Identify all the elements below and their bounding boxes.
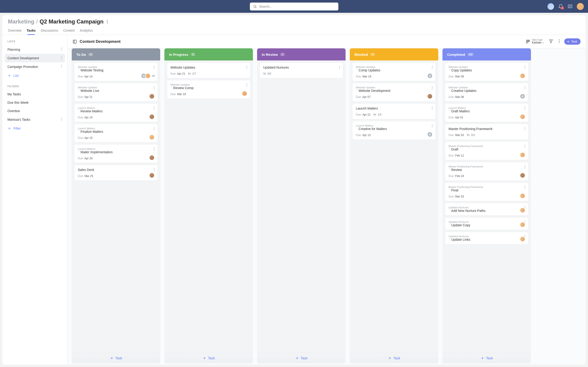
task-card[interactable]: Website Updates└Copy UpdatesDue: Mar 09 [445, 63, 528, 81]
subtask-indent-icon: └ [356, 89, 358, 92]
view-type-selector[interactable]: View Type Kanban [526, 39, 544, 44]
task-card[interactable]: Updated Nurtures3/3 [260, 63, 343, 78]
add-task-label: Task [486, 356, 493, 360]
svg-point-41 [154, 89, 154, 89]
tab-bar: OverviewTasksDiscussionsContentAnalytics [2, 27, 586, 35]
card-options-icon[interactable] [431, 65, 433, 70]
card-options-icon[interactable] [246, 65, 248, 70]
subtask-count: 3/3 [263, 72, 271, 75]
task-card[interactable]: Launch Mailers└Creative for MailersDue: … [353, 121, 435, 140]
svg-point-20 [61, 118, 62, 118]
subtask-indent-icon: └ [449, 68, 450, 71]
more-assignees: +5 [152, 75, 155, 77]
card-options-icon[interactable] [339, 65, 340, 70]
add-task-button[interactable]: Task [350, 353, 438, 363]
tab-analytics[interactable]: Analytics [80, 27, 93, 35]
board-options-icon[interactable] [558, 38, 561, 45]
task-card[interactable]: Website Updates└Creative UpdatesDue: Mar… [445, 83, 528, 101]
task-card[interactable]: Updated Nurtures└Update Links [445, 232, 528, 244]
task-card[interactable]: Website Updates└Review CompDue: Mar 19 [167, 81, 250, 99]
task-card[interactable]: Launch Mailers└Draft MailersDue: Apr 01 [445, 104, 528, 122]
svg-point-98 [525, 165, 525, 166]
task-card[interactable]: Website Updates└Comp UpdatesDue: Mar 19A [353, 63, 435, 81]
card-parent: Master Positioning Framework [449, 145, 525, 147]
add-task-button[interactable]: Task [442, 353, 531, 363]
task-card[interactable]: Launch Mailers└Review MailersDue: Apr 14 [75, 104, 157, 122]
sidebar-list-content-development[interactable]: Content Development [5, 54, 65, 62]
card-options-icon[interactable] [153, 86, 155, 91]
svg-point-94 [525, 130, 525, 130]
card-options-icon[interactable] [524, 185, 526, 190]
column-cards: Website Updates└Copy UpdatesDue: Mar 09W… [442, 60, 531, 353]
task-card[interactable]: Website UpdatesDue: Apr 212/7 [167, 63, 250, 78]
board: Content Development View Type Kanban [68, 35, 586, 365]
breadcrumb-parent[interactable]: Marketing [8, 18, 34, 25]
column-header: In Progress2 [164, 48, 253, 60]
card-options-icon[interactable] [524, 126, 526, 131]
card-options-icon[interactable] [524, 65, 526, 70]
card-options-icon[interactable] [153, 167, 155, 172]
tab-content[interactable]: Content [63, 27, 75, 35]
sidebar-item-menu-icon[interactable] [61, 56, 62, 60]
card-options-icon[interactable] [524, 106, 526, 111]
card-title: Finalize Mailers [81, 130, 103, 133]
page-options-icon[interactable] [106, 19, 109, 25]
card-assignees: A [427, 73, 433, 79]
card-options-icon[interactable] [246, 83, 248, 88]
task-card[interactable]: Launch Mailers└Mailer ImplementationDue:… [75, 145, 157, 163]
add-task-button[interactable]: Task [72, 353, 160, 363]
column-header: Completed10 [442, 48, 531, 60]
assistant-icon[interactable] [547, 3, 554, 10]
add-task-button[interactable]: Task [257, 353, 346, 363]
add-task-button[interactable]: Task [164, 353, 253, 363]
task-card[interactable]: Launch MailersDue: Apr 211/5 [353, 104, 435, 119]
chat-icon[interactable] [568, 4, 573, 9]
tab-overview[interactable]: Overview [8, 27, 21, 35]
tab-tasks[interactable]: Tasks [26, 27, 36, 35]
task-card[interactable]: Master Positioning Framework└FinalDue: M… [445, 183, 528, 201]
task-card[interactable]: Website Updates└Website LiveDue: Apr 21 [75, 83, 157, 101]
sidebar-item-menu-icon[interactable] [61, 65, 62, 69]
card-options-icon[interactable] [153, 147, 155, 152]
sidebar-item-menu-icon[interactable] [61, 117, 62, 121]
notifications-icon[interactable]: 1 [558, 4, 563, 9]
card-parent: Updated Nurtures [449, 235, 525, 238]
sidebar-item-menu-icon[interactable] [61, 47, 62, 51]
svg-point-86 [525, 86, 525, 87]
task-card[interactable]: Sales DeckDue: Mar 25 [75, 165, 157, 181]
sidebar-filter-my-tasks[interactable]: My Tasks [5, 90, 65, 98]
search-input[interactable]: Search... [250, 3, 338, 10]
sidebar-list-campaign-promotion[interactable]: Campaign Promotion [5, 62, 65, 71]
new-task-button[interactable]: Task [564, 38, 580, 45]
sidebar-filter-marissa-s-tasks[interactable]: Marissa's Tasks [5, 115, 65, 124]
task-card[interactable]: Master Positioning Framework└ReviewDue: … [445, 162, 528, 181]
user-avatar[interactable] [577, 3, 584, 10]
svg-point-97 [525, 147, 525, 148]
task-card[interactable]: Master Positioning FrameworkDue: Mar 033… [445, 124, 528, 140]
add-list-button[interactable]: List [5, 71, 65, 80]
task-card[interactable]: Updated Nurtures└Add New Nurture Paths [445, 203, 528, 215]
tab-discussions[interactable]: Discussions [41, 27, 58, 35]
task-card[interactable]: Master Positioning Framework└DraftDue: F… [445, 142, 528, 160]
sidebar-filter-due-this-week[interactable]: Due this Week [5, 98, 65, 107]
card-options-icon[interactable] [153, 126, 155, 131]
card-options-icon[interactable] [431, 86, 433, 91]
card-options-icon[interactable] [524, 86, 526, 91]
due-label: Due: [78, 175, 84, 178]
card-options-icon[interactable] [524, 165, 526, 170]
svg-point-47 [154, 130, 154, 130]
card-options-icon[interactable] [524, 144, 526, 149]
task-card[interactable]: Website Updates└Website TestingDue: Apr … [75, 63, 157, 81]
card-parent: Master Positioning Framework [449, 186, 525, 188]
card-options-icon[interactable] [153, 106, 155, 111]
task-card[interactable]: Launch Mailers└Finalize MailersDue: Apr … [75, 124, 157, 142]
task-card[interactable]: Updated Nurtures└Update Copy [445, 218, 528, 230]
add-filter-button[interactable]: Filter [5, 124, 65, 133]
card-options-icon[interactable] [153, 65, 155, 70]
filter-icon[interactable] [548, 38, 554, 45]
card-options-icon[interactable] [431, 124, 433, 129]
sidebar-list-planning[interactable]: Planning [5, 45, 65, 54]
card-options-icon[interactable] [431, 106, 433, 111]
task-card[interactable]: Website Updates└Website DevelopmentDue: … [353, 83, 435, 101]
sidebar-filter-overdue[interactable]: Overdue [5, 107, 65, 115]
